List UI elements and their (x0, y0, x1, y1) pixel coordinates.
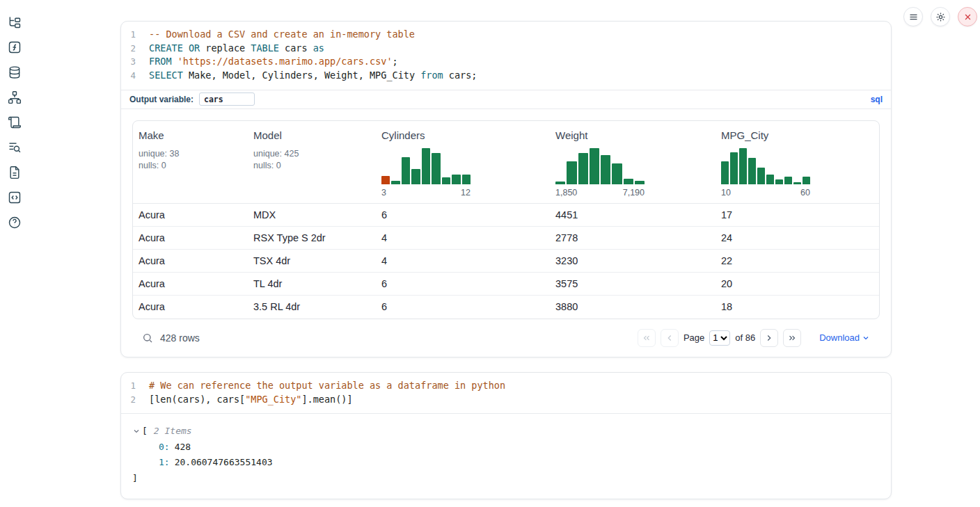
sidebar-item-variables[interactable] (8, 40, 23, 54)
code-text: SELECT Make, Model, Cylinders, Weight, M… (136, 69, 477, 83)
histogram-bar[interactable] (624, 179, 633, 184)
histogram-bar[interactable] (411, 169, 420, 184)
histogram-bar[interactable] (462, 175, 471, 184)
histogram-bar[interactable] (422, 148, 430, 184)
code-line[interactable]: 1# We can reference the output variable … (121, 379, 891, 393)
sidebar (0, 0, 31, 507)
histogram-bar[interactable] (578, 153, 588, 184)
python-code-editor[interactable]: 1# We can reference the output variable … (121, 373, 891, 413)
column-name[interactable]: MPG_City (721, 129, 874, 141)
sidebar-item-logs[interactable] (8, 115, 23, 129)
column-name[interactable]: Model (253, 129, 370, 141)
line-number: 3 (121, 55, 136, 69)
histogram-bar[interactable] (555, 182, 565, 184)
histogram-bar[interactable] (612, 163, 622, 184)
sidebar-item-dependencies[interactable] (8, 90, 23, 104)
table-cell: 3.5 RL 4dr (248, 301, 376, 312)
histogram-bar[interactable] (391, 181, 400, 184)
search-icon[interactable] (142, 332, 153, 344)
code-line[interactable]: 1-- Download a CSV and create an in-memo… (121, 28, 891, 42)
sidebar-item-file-explorer[interactable] (8, 15, 23, 29)
table-header: Make unique: 38 nulls: 0 Model unique: 4… (133, 121, 879, 204)
chevrons-right-icon (787, 333, 797, 343)
cylinders-histogram[interactable] (381, 148, 471, 184)
table-row[interactable]: AcuraMDX6445117 (133, 204, 879, 227)
table-cell: MDX (248, 209, 376, 220)
histogram-bar[interactable] (748, 158, 756, 184)
column-stat-unique: unique: 425 (253, 148, 370, 160)
histogram-bar[interactable] (757, 168, 765, 184)
histogram-bar[interactable] (442, 177, 450, 184)
table-cell: Acura (133, 209, 248, 220)
mpg-city-histogram[interactable] (721, 148, 810, 184)
histogram-bar[interactable] (766, 175, 774, 184)
code-line[interactable]: 4SELECT Make, Model, Cylinders, Weight, … (121, 69, 891, 83)
page-total-label: of 86 (735, 332, 755, 343)
histogram-bar[interactable] (793, 182, 801, 184)
histogram-max-label: 12 (461, 188, 471, 198)
histogram-bar[interactable] (402, 157, 410, 184)
table-cell: Acura (133, 255, 248, 266)
histogram-bar[interactable] (784, 177, 792, 184)
table-row[interactable]: AcuraTSX 4dr4323022 (133, 250, 879, 273)
table-row[interactable]: Acura3.5 RL 4dr6388018 (133, 296, 879, 319)
tree-entry-value: 428 (175, 442, 191, 452)
column-header-make: Make unique: 38 nulls: 0 (133, 129, 248, 198)
output-variable-bar: Output variable: sql (121, 90, 891, 109)
sidebar-item-data-sources[interactable] (8, 65, 23, 79)
code-line[interactable]: 2CREATE OR replace TABLE cars as (121, 42, 891, 56)
column-name[interactable]: Make (139, 129, 242, 141)
code-line[interactable]: 2[len(cars), cars["MPG_City"].mean()] (121, 393, 891, 407)
histogram-bar[interactable] (452, 175, 460, 184)
python-cell: 1# We can reference the output variable … (120, 372, 892, 499)
table-cell: 6 (376, 301, 550, 312)
sidebar-item-help[interactable] (8, 215, 23, 230)
column-stat-unique: unique: 38 (139, 148, 242, 160)
column-header-cylinders: Cylinders 3 12 (376, 129, 550, 198)
histogram-bar[interactable] (432, 153, 440, 184)
output-tree: [ 2 Items 0:428 1:20.060747663551403 ] (121, 414, 891, 499)
sql-code-editor[interactable]: 1-- Download a CSV and create an in-memo… (121, 22, 891, 90)
histogram-bar[interactable] (730, 152, 738, 184)
table-cell: 22 (716, 255, 879, 266)
column-stat-nulls: nulls: 0 (253, 160, 370, 172)
table-row[interactable]: AcuraRSX Type S 2dr4277824 (133, 227, 879, 250)
page-select[interactable]: 1 (709, 330, 730, 346)
shutdown-button[interactable] (958, 7, 977, 26)
file-tree-icon (8, 15, 22, 29)
next-page-button[interactable] (760, 329, 778, 347)
prev-page-button[interactable] (661, 329, 679, 347)
column-header-mpg-city: MPG_City 10 60 (716, 129, 879, 198)
settings-button[interactable] (931, 7, 950, 26)
column-name[interactable]: Weight (555, 129, 710, 141)
histogram-bar[interactable] (739, 148, 747, 184)
histogram-bar[interactable] (567, 161, 576, 184)
menu-button[interactable] (903, 7, 923, 26)
histogram-bar[interactable] (775, 179, 783, 184)
sidebar-item-outline[interactable] (8, 140, 23, 154)
column-name[interactable]: Cylinders (381, 129, 544, 141)
table-cell: 4451 (550, 209, 716, 220)
weight-histogram[interactable] (555, 148, 645, 184)
histogram-bar[interactable] (601, 155, 610, 184)
sidebar-item-documentation[interactable] (8, 165, 23, 179)
table-row[interactable]: AcuraTL 4dr6357520 (133, 273, 879, 296)
line-number: 4 (121, 69, 136, 83)
code-line[interactable]: 3FROM 'https://datasets.marimo.app/cars.… (121, 55, 891, 69)
download-button[interactable]: Download (819, 332, 870, 343)
table-cell: Acura (133, 301, 248, 312)
last-page-button[interactable] (783, 329, 801, 347)
histogram-bar[interactable] (803, 177, 810, 184)
histogram-bar[interactable] (635, 181, 645, 184)
tree-entry: 1:20.060747663551403 (132, 455, 880, 471)
histogram-min-label: 10 (721, 188, 731, 198)
histogram-bar[interactable] (721, 161, 729, 184)
chevron-down-icon[interactable] (132, 427, 141, 435)
first-page-button[interactable] (638, 329, 656, 347)
code-text: FROM 'https://datasets.marimo.app/cars.c… (136, 55, 398, 69)
sidebar-item-snippets[interactable] (8, 190, 23, 204)
histogram-bar[interactable] (381, 176, 390, 184)
output-variable-input[interactable] (199, 92, 255, 106)
histogram-bar[interactable] (590, 148, 599, 184)
help-circle-icon (8, 216, 22, 230)
